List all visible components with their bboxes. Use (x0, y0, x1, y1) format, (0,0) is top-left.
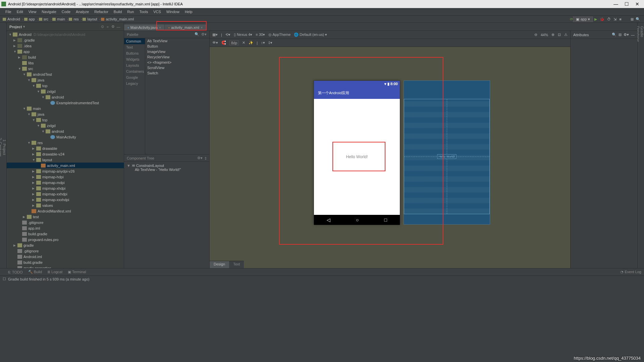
tree-item[interactable]: activity_main.xml (7, 163, 124, 168)
palette-item[interactable]: Switch (145, 70, 209, 76)
clear-icon[interactable]: ✕ (242, 41, 245, 45)
device-preview[interactable]: ▾ ▮ 8:00 第一个Android应用 Hello World! ◁ (314, 80, 400, 225)
run-button[interactable]: ▶ (594, 17, 597, 21)
hide-icon[interactable]: — (116, 25, 121, 29)
tree-item[interactable]: ▶build (7, 54, 124, 60)
editor-tab[interactable]: ●MainActivity.java× (124, 24, 164, 31)
tree-item[interactable]: ▶mipmap-xhdpi (7, 185, 124, 191)
menu-analyze[interactable]: Analyze (73, 10, 92, 14)
palette-category[interactable]: Containers (124, 68, 145, 74)
palette-category[interactable]: Legacy (124, 80, 145, 86)
rail-project[interactable]: 1: Project (2, 26, 6, 268)
tree-item[interactable]: ▶gradle (7, 242, 124, 248)
palette-item[interactable]: Ab TextView (145, 38, 209, 44)
tree-item[interactable]: ▼src (7, 66, 124, 71)
breadcrumb-item[interactable]: Android (3, 17, 20, 21)
rail-captures[interactable]: 2: Captures (0, 26, 2, 268)
close-tab-icon[interactable]: × (159, 25, 161, 29)
structure-button[interactable]: ⊞ (631, 17, 634, 21)
palette-category[interactable]: Google (124, 74, 145, 80)
palette-category[interactable]: Widgets (124, 56, 145, 62)
blueprint-textview[interactable]: Hello World! (437, 154, 457, 159)
palette-item[interactable]: ScrollView (145, 65, 209, 70)
tree-item[interactable]: ▼layout (7, 157, 124, 163)
eye-icon[interactable]: 👁▾ (212, 41, 218, 45)
menu-view[interactable]: View (26, 10, 39, 14)
palette-item[interactable]: ImageView (145, 49, 209, 54)
tree-item[interactable]: ▼top (7, 117, 124, 123)
tree-item[interactable]: ▶test (7, 214, 124, 220)
menu-help[interactable]: Help (182, 10, 195, 14)
warnings-icon[interactable]: ⚠ (564, 33, 568, 37)
tree-item[interactable]: build.gradle (7, 231, 124, 237)
breadcrumb-item[interactable]: src (39, 17, 49, 21)
tree-item[interactable]: ▼java (7, 77, 124, 83)
tool-terminal[interactable]: ▣ Terminal (68, 270, 86, 274)
tree-item[interactable]: MainActivity (7, 134, 124, 140)
tree-item[interactable]: ▼zxlgd (7, 123, 124, 128)
event-log[interactable]: ◔ Event Log (620, 270, 641, 274)
tab-text[interactable]: Text (229, 261, 244, 268)
zoom-in-icon[interactable]: ⊕ (551, 33, 554, 37)
tree-item[interactable]: ▶mipmap-anydpi-v26 (7, 168, 124, 174)
menu-refactor[interactable]: Refactor (92, 10, 111, 14)
palette-category[interactable]: Common (124, 38, 145, 44)
tree-item[interactable]: ▶mipmap-xxxhdpi (7, 197, 124, 202)
run-config-selector[interactable]: ▣ app ▾ (573, 16, 593, 22)
design-text-tabs[interactable]: Design Text (210, 261, 244, 268)
tree-item[interactable]: ▶drawable (7, 145, 124, 151)
close-tab-icon[interactable]: × (201, 25, 203, 29)
stop-button[interactable]: ■ (619, 17, 622, 21)
profile-button[interactable]: ⏱ (607, 17, 611, 21)
tree-item[interactable]: .gitignore (7, 248, 124, 254)
breadcrumb-item[interactable]: layout (83, 17, 97, 21)
tree-constraint-layout[interactable]: ConstraintLayout (136, 164, 164, 168)
palette-category[interactable]: Buttons (124, 50, 145, 56)
right-tool-rail[interactable]: Gradle Database Maven Projects Device Fi… (637, 23, 644, 268)
sync-icon[interactable]: ⟳ (570, 17, 573, 21)
tree-item[interactable]: ExampleInstrumentedTest (7, 100, 124, 106)
breadcrumb-item[interactable]: activity_main.xml (101, 17, 134, 21)
breadcrumb-item[interactable]: app (24, 17, 35, 21)
menu-edit[interactable]: Edit (14, 10, 26, 14)
tree-item[interactable]: libs (7, 60, 124, 66)
infer-icon[interactable]: ✨ (249, 41, 253, 45)
blueprint-preview[interactable]: Hello World! (404, 80, 490, 225)
tree-item[interactable]: ▼zxlgd (7, 88, 124, 94)
device-select[interactable]: ▯ Nexus 4▾ (234, 33, 252, 37)
menu-tools[interactable]: Tools (137, 10, 151, 14)
magnet-icon[interactable]: 🧲 (221, 41, 226, 45)
view-mode-icon[interactable]: ▦▾ (212, 33, 218, 37)
rail-gradle[interactable]: Gradle (640, 26, 644, 268)
tree-item[interactable]: ▶.gradle (7, 37, 124, 43)
menu-run[interactable]: Run (124, 10, 137, 14)
default-margin[interactable]: 8dp (229, 41, 239, 45)
tool-todo[interactable]: 6: TODO (8, 270, 23, 274)
align-icon[interactable]: ↕▾ (261, 41, 265, 45)
hide-icon[interactable]: — (631, 33, 635, 37)
menu-window[interactable]: Window (164, 10, 182, 14)
tree-item[interactable]: build.gradle (7, 259, 124, 265)
project-tree[interactable]: ▼ Android D:\ideaprojects\android\Androi… (7, 31, 124, 268)
view-options-icon[interactable]: ⊟ (619, 33, 622, 37)
design-canvas[interactable]: ▾ ▮ 8:00 第一个Android应用 Hello World! ◁ (210, 47, 570, 268)
guideline-icon[interactable]: ‡▾ (268, 41, 272, 45)
tree-item[interactable]: ▶.idea (7, 43, 124, 49)
palette-category[interactable]: Text (124, 44, 145, 50)
gear-icon[interactable]: ⚙▾ (197, 156, 203, 160)
preview-textview[interactable]: Hello World! (346, 155, 368, 159)
palette-items[interactable]: Ab TextViewButtonImageViewRecyclerView<>… (145, 38, 209, 154)
tree-item[interactable]: .gitignore (7, 220, 124, 225)
maximize-button[interactable]: ☐ (621, 1, 632, 7)
breadcrumb-item[interactable]: main (52, 17, 65, 21)
tree-item[interactable]: ▼android (7, 128, 124, 134)
menu-build[interactable]: Build (111, 10, 124, 14)
gear-icon[interactable]: ⚙▾ (624, 33, 629, 37)
tree-item[interactable]: ▼res (7, 140, 124, 145)
palette-item[interactable]: Button (145, 44, 209, 49)
tree-item[interactable]: ▼main (7, 106, 124, 111)
component-tree[interactable]: ▼ᘞConstraintLayout Ab TextView - "Hello … (124, 162, 209, 173)
tree-item[interactable]: ▶mipmap-xxhdpi (7, 191, 124, 197)
tree-item[interactable]: ▶mipmap-hdpi (7, 174, 124, 180)
orientation-icon[interactable]: ⟲▾ (225, 33, 230, 37)
